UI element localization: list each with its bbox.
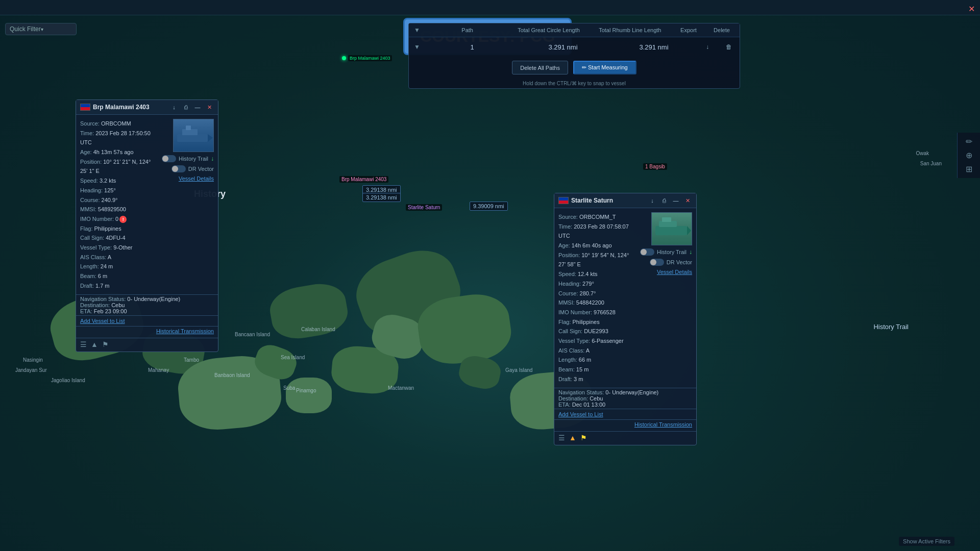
measure-panel: ▼ Path Total Great Circle Length Total R… (408, 23, 740, 89)
vessel-card-left: Brp Malamawi 2403 ↓ ⎙ — ✕ Source: ORBCOM… (76, 99, 218, 352)
vessel-card-left-content: Source: ORBCOMM Time: 2023 Feb 28 17:50:… (76, 115, 218, 294)
flag-philippines-right (558, 197, 569, 204)
row-expand[interactable]: ▼ (414, 43, 424, 51)
delete-row-button[interactable]: 🗑 (723, 41, 734, 53)
alert-icon-left[interactable]: ▲ (91, 340, 98, 348)
download-btn-left[interactable]: ↓ (169, 103, 179, 112)
ship-silhouette-left (174, 119, 213, 152)
print-btn-right[interactable]: ⎙ (659, 196, 669, 205)
vessel-card-left-header: Brp Malamawi 2403 ↓ ⎙ — ✕ (76, 100, 218, 115)
vessel-dot (342, 56, 346, 60)
layers-icon[interactable]: ⊞ (966, 164, 972, 174)
measure-col-delete: Delete (709, 27, 734, 33)
measure-col-path: Path (429, 27, 505, 33)
minimize-btn-left[interactable]: — (193, 103, 202, 112)
vessel-card-right-header: Starlite Saturn ↓ ⎙ — ✕ (554, 193, 696, 208)
minimize-btn-right[interactable]: — (671, 196, 680, 205)
historical-tx-link-right[interactable]: Historical Transmission (634, 421, 692, 428)
footer-icons-left: ☰ ▲ ⚑ (80, 340, 109, 348)
dr-vector-switch-right[interactable] (650, 259, 664, 266)
history-trail-label-left: History Trail (179, 156, 208, 162)
pencil-icon: ✏ (582, 64, 586, 70)
nav-status-section-right: Navigation Status: 0- Underway(Engine) D… (554, 388, 696, 409)
vessel-label-map-mid: Brp Malamawi 2403 (339, 176, 388, 183)
footer-icons-right: ☰ ▲ ⚑ (558, 434, 587, 442)
vessel-marker-left[interactable]: Brp Malamawi 2403 (342, 55, 392, 61)
history-trail-switch-right[interactable] (640, 248, 654, 256)
vessel-info-right: Source: ORBCOMM_T Time: 2023 Feb 28 07:5… (558, 212, 636, 384)
svg-rect-6 (177, 134, 208, 142)
history-trail-toggle-right: History Trail ↓ (640, 248, 692, 256)
history-trail-toggle-left: History Trail ↓ (162, 155, 214, 162)
expand-icon[interactable]: ▼ (414, 27, 424, 34)
top-close-button[interactable]: ✕ (968, 4, 975, 14)
vessel-card-tools-right: Add Vessel to List (554, 409, 696, 419)
export-row-button[interactable]: ↓ (702, 41, 713, 53)
vessel-title-left: Brp Malamawi 2403 (93, 104, 167, 111)
vessel-label-left: Brp Malamawi 2403 (348, 55, 392, 61)
dr-vector-toggle-right: DR Vector (650, 259, 692, 266)
vessel-title-right: Starlite Saturn (571, 197, 645, 204)
close-btn-left[interactable]: ✕ (205, 103, 214, 112)
menu-icon-left[interactable]: ☰ (80, 340, 87, 348)
dr-vector-toggle-left: DR Vector (172, 165, 214, 172)
vessel-photo-right (651, 212, 692, 245)
flag-philippines-left (80, 104, 90, 111)
vessel-card-footer-right: ☰ ▲ ⚑ (554, 431, 696, 445)
history-trail-label: History Trail (873, 323, 909, 331)
svg-marker-13 (687, 226, 691, 235)
delete-all-button[interactable]: Delete All Paths (512, 61, 568, 74)
quick-filter-arrow: ▾ (41, 27, 72, 32)
historical-tx-link-left[interactable]: Historical Transmission (156, 328, 214, 334)
dr-vector-switch-left[interactable] (172, 165, 186, 172)
vessel-details-link-right[interactable]: Vessel Details (657, 269, 692, 275)
vessel-card-right: Starlite Saturn ↓ ⎙ — ✕ Source: ORBCOMM_… (554, 193, 697, 445)
start-measuring-button[interactable]: ✏ Start Measuring (573, 61, 636, 74)
quick-filter-label: Quick Filter (10, 26, 41, 33)
print-btn-left[interactable]: ⎙ (181, 103, 190, 112)
dist-label-3: 9.39009 nmi (470, 202, 508, 211)
measure-hint: Hold down the CTRL/⌘ key to snap to vess… (409, 79, 740, 88)
vessel-photo-left (173, 119, 214, 152)
card-actions-left: ↓ ⎙ — ✕ (169, 103, 214, 112)
nav-status-section-left: Navigation Status: 0- Underway(Engine) D… (76, 294, 218, 315)
add-to-list-right[interactable]: Add Vessel to List (558, 411, 692, 417)
menu-icon-right[interactable]: ☰ (558, 434, 565, 442)
imo-warning-icon: ! (119, 216, 127, 223)
active-filters-label[interactable]: Show Active Filters (899, 537, 954, 546)
vessel-label-starlite-map: Starlite Saturn (406, 204, 442, 211)
crosshair-icon[interactable]: ⊕ (966, 151, 972, 160)
download-btn-right[interactable]: ↓ (648, 196, 657, 205)
svg-rect-10 (655, 226, 687, 235)
alert-icon-right[interactable]: ▲ (569, 434, 576, 442)
historical-tx-right: Historical Transmission (554, 419, 696, 431)
add-to-list-left[interactable]: Add Vessel to List (80, 318, 214, 324)
flag-icon-right[interactable]: ⚑ (580, 434, 587, 442)
history-trail-download-right[interactable]: ↓ (689, 248, 692, 256)
dr-vector-label-right: DR Vector (667, 259, 692, 265)
dist-label-2: 3.29138 nmi (362, 193, 401, 202)
flag-icon-left[interactable]: ⚑ (102, 340, 109, 348)
measure-rll-val: 3.291 nmi (611, 43, 697, 51)
card-actions-right: ↓ ⎙ — ✕ (648, 196, 692, 205)
measure-actions: Delete All Paths ✏ Start Measuring (409, 57, 740, 79)
vessel-card-footer-left: ☰ ▲ ⚑ (76, 338, 218, 352)
vessel-info-left: Source: ORBCOMM Time: 2023 Feb 28 17:50:… (80, 119, 158, 290)
history-trail-download-left[interactable]: ↓ (211, 155, 214, 162)
vessel-details-link-left[interactable]: Vessel Details (179, 176, 214, 182)
measure-col-export: Export (673, 27, 704, 33)
right-panel: ✏ ⊕ ⊞ (957, 133, 980, 178)
quick-filter-dropdown[interactable]: Quick Filter ▾ (5, 23, 77, 35)
svg-marker-9 (208, 134, 213, 142)
topbar: ✕ (0, 0, 980, 15)
history-trail-switch-left[interactable] (162, 155, 176, 162)
svg-rect-12 (662, 217, 671, 222)
svg-rect-8 (186, 126, 191, 130)
pencil-tool-icon[interactable]: ✏ (966, 137, 972, 146)
measure-gcl-val: 3.291 nmi (520, 43, 606, 51)
measure-col-gcl: Total Great Circle Length (510, 27, 586, 33)
close-btn-right[interactable]: ✕ (683, 196, 692, 205)
ship-silhouette-right (652, 213, 692, 245)
history-trail-label-right: History Trail (657, 249, 687, 255)
map-island (286, 378, 332, 413)
